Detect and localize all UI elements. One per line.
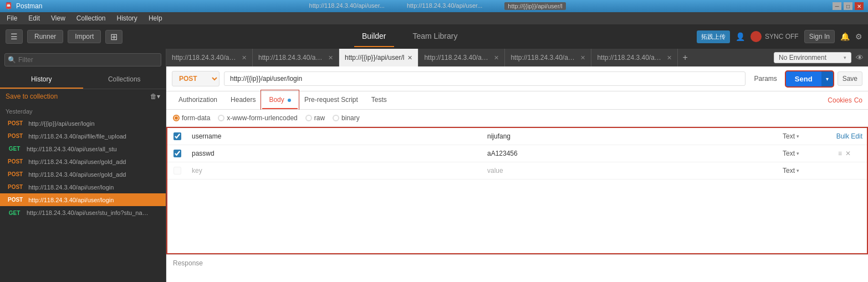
person-icon[interactable]: 👤 (736, 32, 745, 41)
type-dropdown[interactable]: Text ▾ (783, 167, 799, 175)
request-tab[interactable]: http://118.24.3.40/api/user... ✕ (505, 49, 591, 66)
tab-label: http://118.24.3.40/api/file/fi... (597, 54, 663, 61)
sign-in-button[interactable]: Sign In (804, 30, 835, 43)
close-icon[interactable]: ✕ (494, 54, 499, 61)
menu-icon[interactable]: ≡ (838, 150, 842, 157)
app-title: Postman (16, 2, 42, 10)
radio-dot-active (173, 115, 180, 121)
method-badge-post: POST (6, 158, 25, 165)
tab-pre-request-script[interactable]: Pre-request Script (298, 91, 365, 109)
history-url: http://118.24.3.40/api/user/gold_add (28, 171, 126, 178)
tab-tests[interactable]: Tests (365, 91, 394, 109)
tab-team-library[interactable]: Team Library (405, 26, 466, 47)
tab-history[interactable]: History (0, 71, 83, 89)
history-item[interactable]: POST http://118.24.3.40/api/user/gold_ad… (0, 155, 166, 168)
history-item[interactable]: POST http://118.24.3.40/api/user/login (0, 181, 166, 193)
tab-headers[interactable]: Headers (224, 91, 262, 109)
row-checkbox[interactable] (173, 150, 181, 157)
key-cell[interactable]: username (187, 128, 483, 145)
add-tab-button[interactable]: + (678, 53, 692, 63)
radio-urlencoded[interactable]: x-www-form-urlencoded (218, 114, 297, 122)
minimize-button[interactable]: ─ (833, 2, 841, 10)
history-item[interactable]: POST http://118.24.3.40/api/file/file_up… (0, 130, 166, 142)
close-icon[interactable]: ✕ (328, 54, 333, 61)
save-button[interactable]: Save (838, 71, 862, 86)
history-item-active[interactable]: POST http://118.24.3.40/api/user/login (0, 193, 166, 206)
close-icon[interactable]: ✕ (407, 54, 412, 61)
filter-input[interactable] (4, 53, 161, 66)
method-badge-post: POST (6, 132, 25, 140)
row-checkbox[interactable] (173, 132, 181, 140)
request-tab[interactable]: http://118.24.3.40/api/file/fi... ✕ (591, 49, 678, 66)
delete-icon[interactable]: ✕ (845, 150, 851, 157)
type-dropdown[interactable]: Text ▾ (783, 150, 799, 157)
radio-dot (305, 115, 312, 121)
bulk-edit-button[interactable]: Bulk Edit (832, 128, 867, 145)
history-item[interactable]: POST http://{{ip}}/api/user/login (0, 117, 166, 130)
type-text: Text (783, 150, 795, 157)
runner-button[interactable]: Runner (27, 30, 63, 43)
menu-view[interactable]: View (49, 13, 68, 23)
menu-collection[interactable]: Collection (74, 13, 108, 23)
close-button[interactable]: ✕ (855, 2, 864, 10)
request-tab[interactable]: http://118.24.3.40/api/user... ✕ (166, 49, 253, 66)
settings-icon[interactable]: ⚙ (855, 32, 862, 41)
history-section-title: Yesterday (0, 104, 166, 117)
menu-edit[interactable]: Edit (26, 13, 42, 23)
tab-builder[interactable]: Builder (354, 26, 394, 47)
tab-collections[interactable]: Collections (83, 71, 166, 89)
trash-icon[interactable]: 🗑▾ (150, 93, 160, 100)
radio-form-data[interactable]: form-data (173, 114, 210, 122)
request-tab[interactable]: http://118.24.3.40/api/user... ✕ (253, 49, 339, 66)
history-item[interactable]: GET http://118.24.3.40/api/user/all_stu (0, 142, 166, 155)
menu-file[interactable]: File (4, 13, 19, 23)
response-area: Response (166, 254, 868, 282)
key-cell[interactable]: passwd (187, 145, 483, 162)
cookies-link[interactable]: Cookies (828, 96, 851, 104)
type-dropdown[interactable]: Text ▾ (783, 132, 799, 140)
close-icon[interactable]: ✕ (580, 54, 585, 61)
value-cell[interactable]: aA123456 (483, 145, 778, 162)
history-url: http://118.24.3.40/api/user/stu_info?stu… (27, 209, 149, 217)
history-item[interactable]: GET http://118.24.3.40/api/user/stu_info… (0, 206, 166, 220)
upload-button[interactable]: 拓践上传 (697, 30, 730, 43)
key-placeholder[interactable]: key (187, 162, 483, 179)
url-input[interactable] (224, 71, 746, 86)
sync-label: SYNC OFF (765, 33, 799, 40)
eye-icon[interactable]: 👁 (856, 53, 864, 62)
new-tab-button[interactable]: ⊞ (105, 30, 122, 44)
sidebar-toggle-button[interactable]: ☰ (6, 29, 23, 44)
tab-authorization[interactable]: Authorization (172, 91, 224, 109)
params-button[interactable]: Params (750, 72, 782, 85)
checkbox-cell[interactable] (167, 128, 187, 145)
co-link[interactable]: Co (854, 96, 862, 104)
send-button[interactable]: Send (786, 71, 821, 86)
tab-label: http://118.24.3.40/api/user... (258, 54, 325, 61)
menu-help[interactable]: Help (146, 13, 165, 23)
send-dropdown-button[interactable]: ▾ (821, 71, 833, 86)
close-icon[interactable]: ✕ (667, 54, 672, 61)
section-tabs: Authorization Headers Body Pre-request S… (166, 91, 868, 110)
import-button[interactable]: Import (68, 30, 101, 43)
maximize-button[interactable]: □ (844, 2, 852, 10)
checkbox-cell[interactable] (167, 145, 187, 162)
value-placeholder[interactable]: value (483, 162, 778, 179)
notification-icon[interactable]: 🔔 (840, 32, 850, 41)
raw-label: raw (314, 114, 325, 122)
history-item[interactable]: POST http://118.24.3.40/api/user/gold_ad… (0, 168, 166, 181)
environment-select[interactable]: No Environment ▾ (774, 52, 851, 63)
tab-body[interactable]: Body (262, 91, 298, 109)
radio-binary[interactable]: binary (333, 114, 360, 122)
urlencoded-label: x-www-form-urlencoded (227, 114, 297, 122)
method-select[interactable]: POST GET PUT DELETE (172, 71, 219, 86)
request-tab-active[interactable]: http://{{ip}}/api/user/l ✕ (339, 49, 418, 66)
radio-raw[interactable]: raw (305, 114, 325, 122)
history-url: http://118.24.3.40/api/user/all_stu (27, 146, 117, 152)
close-icon[interactable]: ✕ (242, 54, 247, 61)
window-controls[interactable]: ─ □ ✕ (833, 2, 864, 10)
save-to-collection-link[interactable]: Save to collection (6, 93, 58, 100)
tab-info-1: http://118.24.3.40/api/user... (309, 2, 385, 10)
value-cell[interactable]: nijufang (483, 128, 778, 145)
menu-history[interactable]: History (115, 13, 140, 23)
request-tab[interactable]: http://118.24.3.40/api/user... ✕ (418, 49, 505, 66)
